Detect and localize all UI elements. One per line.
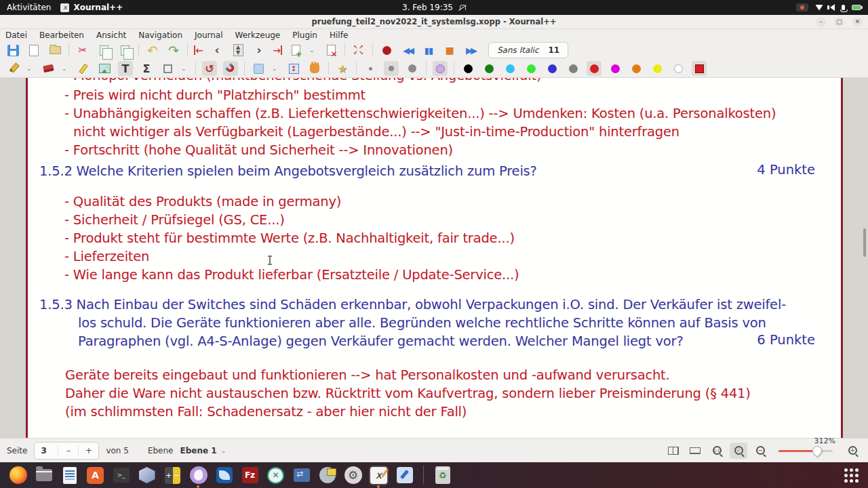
page-number-spinbox[interactable]: 3 – + [34, 442, 99, 460]
forward-button[interactable]: ▶▶ [463, 43, 478, 58]
eraser-dropdown[interactable]: ⌄ [62, 65, 70, 72]
menu-navigation[interactable]: Navigation [138, 30, 182, 40]
menu-journal[interactable]: Journal [195, 30, 223, 40]
dock-remmina[interactable]: ✕ [266, 466, 285, 485]
rewind-button[interactable]: ◀◀ [400, 43, 415, 58]
last-page-button[interactable]: → [273, 45, 282, 55]
color-cyan-button[interactable] [502, 61, 517, 76]
dock-calculator[interactable]: + − [163, 466, 182, 485]
thickness-thick-button[interactable] [405, 61, 420, 76]
previous-page-button[interactable]: ‹ [210, 43, 224, 58]
new-document-button[interactable] [26, 43, 41, 58]
next-page-button[interactable]: › [252, 43, 267, 58]
menu-ansicht[interactable]: Ansicht [96, 30, 126, 40]
menu-hilfe[interactable]: Hilfe [330, 30, 348, 40]
dock-settings[interactable]: ⚙ [343, 466, 363, 485]
layer-select[interactable]: Ebene 1 [180, 446, 217, 455]
document-area[interactable]: Monopol vermeiden (marktbeherrschende St… [0, 78, 868, 438]
fill-button[interactable] [433, 61, 448, 76]
close-button[interactable]: ✕ [852, 17, 863, 27]
math-tex-button[interactable]: Σ [139, 61, 154, 76]
highlighter-tool-button[interactable] [76, 61, 91, 76]
dock-mail-search-tool[interactable] [317, 466, 337, 485]
color-orange-button[interactable] [629, 61, 644, 76]
text-tool-button[interactable]: T [118, 61, 133, 76]
default-tool-button[interactable]: ★ [335, 61, 350, 76]
zoom-100-button[interactable]: 1:1 [708, 443, 726, 459]
page-spinner[interactable]: ▲▼ [231, 43, 245, 58]
dock-wireshark[interactable] [214, 466, 234, 485]
menu-werkzeuge[interactable]: Werkzeuge [235, 30, 281, 40]
paste-button[interactable] [117, 43, 132, 58]
page-increment-button[interactable]: + [78, 445, 98, 455]
activities-button[interactable]: Aktivitäten [7, 3, 51, 12]
notebook-page[interactable]: Monopol vermeiden (marktbeherrschende St… [26, 78, 843, 438]
open-button[interactable] [47, 43, 62, 58]
vertical-scrollbar[interactable] [863, 228, 866, 257]
dock-files[interactable] [34, 466, 54, 485]
eraser-tool-button[interactable] [41, 61, 56, 76]
dock-virtualbox[interactable] [137, 466, 157, 485]
undo-button[interactable]: ↶ [145, 43, 160, 58]
maximize-button[interactable]: ▢ [834, 17, 844, 27]
zoom-in-button[interactable]: + [844, 443, 861, 459]
insert-image-button[interactable] [97, 61, 112, 76]
minimize-button[interactable]: – [816, 17, 826, 27]
first-page-button[interactable]: ← [194, 45, 203, 55]
zoom-slider-thumb[interactable] [810, 444, 824, 458]
select-dropdown[interactable]: ⌄ [272, 65, 280, 72]
copy-button[interactable] [96, 43, 111, 58]
vertical-space-button[interactable]: ↕ [286, 61, 301, 76]
window-titlebar[interactable]: pruefung_teil2_nov2022_it_systemlsg.xopp… [0, 15, 868, 29]
color-gray-button[interactable] [566, 61, 580, 76]
zoom-out-button[interactable]: − [751, 443, 769, 459]
show-applications-button[interactable] [844, 468, 859, 483]
clock-menu[interactable]: 3. Feb 19:35 [402, 3, 466, 12]
layer-dropdown-icon[interactable]: ⌄ [221, 447, 229, 454]
dock-firefox[interactable] [8, 466, 28, 485]
shape-tool-button[interactable] [160, 61, 175, 76]
shape-dropdown[interactable]: ⌄ [181, 65, 189, 72]
focused-app-menu[interactable]: x Xournal++ [60, 3, 123, 12]
dock-pidgin[interactable] [189, 466, 208, 485]
stop-button[interactable]: ■ [442, 43, 457, 58]
pen-tool-button[interactable] [5, 61, 20, 76]
snapping-button[interactable] [223, 61, 238, 76]
color-black-button[interactable] [460, 61, 475, 76]
color-magenta-button[interactable] [608, 61, 623, 76]
page-decrement-button[interactable]: – [58, 445, 78, 455]
cut-button[interactable]: ✂ [75, 43, 90, 58]
fullscreen-button[interactable]: ↖↗↙↘ [351, 43, 366, 58]
presentation-mode-button[interactable] [686, 443, 704, 459]
add-page-button[interactable] [288, 43, 303, 58]
dock-trash[interactable]: ♻ [433, 466, 452, 485]
two-page-view-button[interactable] [665, 443, 682, 459]
pause-button[interactable]: ▮▮ [421, 43, 436, 58]
color-lightgreen-button[interactable] [524, 61, 538, 76]
menu-bearbeiten[interactable]: Bearbeiten [39, 30, 84, 40]
dock-filezilla[interactable]: Fz [240, 466, 260, 485]
menu-datei[interactable]: Datei [5, 30, 27, 40]
pen-dropdown[interactable]: ⌄ [26, 65, 35, 72]
color-red-button[interactable] [587, 61, 601, 76]
color-picker-button[interactable] [692, 61, 707, 76]
dock-ubuntu-software[interactable]: A [85, 466, 105, 485]
dock-libreoffice-writer[interactable] [60, 466, 79, 485]
dock-network-tool[interactable] [292, 466, 311, 485]
delete-page-button[interactable] [323, 43, 338, 58]
add-page-dropdown[interactable]: ⌄ [309, 47, 317, 54]
zoom-slider[interactable]: 312% [778, 444, 833, 458]
color-blue-button[interactable] [545, 61, 559, 76]
redo-button[interactable]: ↷ [166, 43, 181, 58]
select-rect-button[interactable] [251, 61, 266, 76]
hand-tool-button[interactable] [307, 61, 322, 76]
menu-plugin[interactable]: Plugin [292, 30, 317, 40]
shape-recognizer-button[interactable]: ↺ [202, 61, 217, 76]
record-audio-button[interactable] [379, 43, 394, 58]
dock-text-editor[interactable] [395, 466, 414, 485]
dock-terminal[interactable]: >_ [111, 466, 131, 485]
font-selector[interactable]: Sans Italic 11 [488, 42, 568, 58]
thickness-fine-button[interactable] [363, 61, 378, 76]
system-tray[interactable] [466, 3, 868, 12]
color-green-button[interactable] [481, 61, 496, 76]
